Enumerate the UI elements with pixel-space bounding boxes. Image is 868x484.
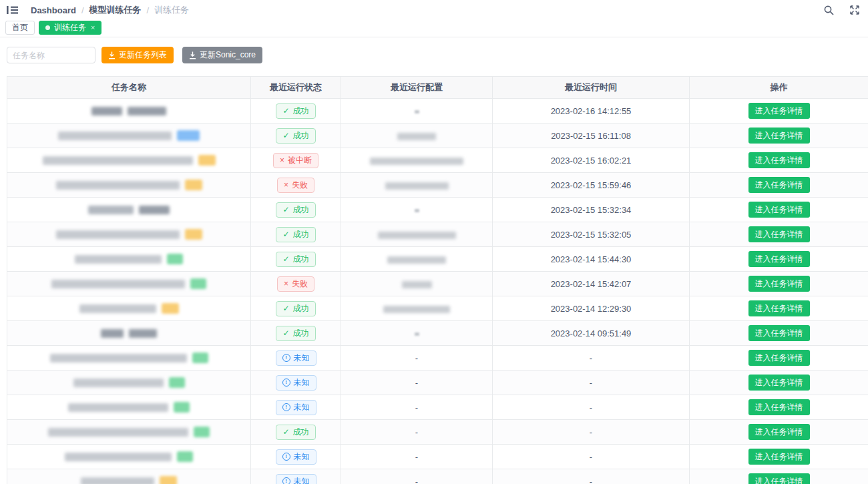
enter-task-detail-button[interactable]: 进入任务详情 [748,300,810,316]
check-icon: ✓ [282,428,289,436]
enter-task-detail-button[interactable]: 进入任务详情 [748,424,810,440]
status-badge: !未知 [276,375,316,391]
table-row: !未知 - - 进入任务详情 [7,469,868,484]
training-tasks-table: 任务名称最近运行状态最近运行配置最近运行时间操作 ✓成功 2023-02-16 … [7,76,868,484]
top-header-bar: Dashboard / 模型训练任务 / 训练任务 [0,0,868,19]
task-tag-redacted [167,254,183,264]
enter-task-detail-button[interactable]: 进入任务详情 [748,103,810,119]
config-empty-value: - [415,427,418,437]
download-icon [189,51,196,59]
task-tag-redacted [185,229,202,240]
enter-task-detail-button[interactable]: 进入任务详情 [748,350,810,366]
enter-task-detail-button[interactable]: 进入任务详情 [748,473,810,484]
status-badge: ×失败 [277,276,314,292]
enter-task-detail-button[interactable]: 进入任务详情 [748,276,810,292]
status-label: 成功 [293,229,309,240]
tab-close-icon[interactable]: × [91,24,95,31]
config-empty-value: - [415,452,418,462]
config-redacted [387,256,446,264]
download-icon [108,51,116,59]
fullscreen-icon[interactable] [849,5,860,15]
enter-task-detail-button[interactable]: 进入任务详情 [748,177,810,193]
config-redacted [397,133,436,140]
table-row: !未知 - - 进入任务详情 [7,371,868,395]
update-sonic-core-label: 更新Sonic_core [200,49,256,61]
table-row: ✓成功 2023-02-14 15:44:30 进入任务详情 [7,247,868,272]
task-tag-redacted [185,180,202,190]
task-name-redacted [139,206,170,214]
update-sonic-core-button[interactable]: 更新Sonic_core [182,47,262,63]
tab-training-tasks-label: 训练任务 [54,22,86,33]
last-run-time: - [590,427,592,437]
tab-home[interactable]: 首页 [5,21,35,35]
last-run-time: - [590,477,592,484]
table-row: ×被中断 2023-02-15 16:02:21 进入任务详情 [7,148,868,173]
task-name-redacted [129,329,157,338]
enter-task-detail-button[interactable]: 进入任务详情 [748,152,810,168]
config-empty-value: - [415,403,418,413]
status-label: 未知 [294,451,310,463]
config-redacted [370,158,463,165]
last-run-time: 2023-02-14 12:29:30 [551,304,632,314]
task-name-redacted [88,206,134,214]
table-row: !未知 - - 进入任务详情 [7,346,868,371]
enter-task-detail-button[interactable]: 进入任务详情 [748,449,810,465]
config-redacted [415,332,419,336]
enter-task-detail-button[interactable]: 进入任务详情 [748,128,810,144]
status-badge: ×被中断 [273,153,318,168]
sidebar-collapse-icon[interactable] [7,5,19,15]
task-name-redacted [79,304,156,313]
table-row: !未知 - - 进入任务详情 [7,395,868,420]
status-label: 未知 [294,402,310,413]
enter-task-detail-button[interactable]: 进入任务详情 [748,251,810,267]
status-badge: !未知 [276,400,316,415]
status-badge: !未知 [276,449,316,465]
check-icon: ✓ [282,304,289,312]
update-task-list-label: 更新任务列表 [119,49,167,61]
status-label: 失败 [292,278,308,290]
check-icon: ✓ [282,255,289,263]
config-redacted [402,281,432,288]
column-header-4: 操作 [690,77,868,99]
table-row: ✓成功 2023-02-14 12:29:30 进入任务详情 [7,296,868,321]
tab-home-label: 首页 [12,22,28,33]
task-tag-redacted [177,451,193,462]
status-badge: ✓成功 [276,301,315,316]
task-name-redacted [48,428,188,437]
table-row: ×失败 2023-02-14 15:42:07 进入任务详情 [7,272,868,296]
last-run-time: 2023-02-16 14:12:55 [551,106,632,116]
config-empty-value: - [415,378,418,388]
config-empty-value: - [415,353,418,363]
cross-icon: × [284,280,288,288]
config-empty-value: - [415,477,418,484]
enter-task-detail-button[interactable]: 进入任务详情 [748,226,810,242]
task-tag-redacted [194,427,210,437]
column-header-1: 最近运行状态 [251,77,341,99]
task-name-redacted [56,230,180,239]
task-name-redacted [101,329,124,338]
last-run-time: 2023-02-14 15:44:30 [551,254,632,264]
enter-task-detail-button[interactable]: 进入任务详情 [748,399,810,415]
task-name-redacted [91,107,122,115]
table-row: ✓成功 2023-02-15 15:32:05 进入任务详情 [7,222,868,247]
search-icon[interactable] [823,5,835,16]
enter-task-detail-button[interactable]: 进入任务详情 [748,375,810,391]
enter-task-detail-button[interactable]: 进入任务详情 [748,202,810,218]
enter-task-detail-button[interactable]: 进入任务详情 [748,325,810,341]
status-badge: ×失败 [277,178,314,193]
breadcrumb-item-model-training[interactable]: 模型训练任务 [89,4,142,16]
cross-icon: × [284,181,288,189]
task-name-redacted [43,156,193,165]
tab-training-tasks[interactable]: 训练任务 × [39,21,101,35]
info-circle-icon: ! [282,453,290,461]
status-label: 成功 [293,130,309,142]
update-task-list-button[interactable]: 更新任务列表 [101,47,174,63]
table-row: ✓成功 2023-02-15 15:32:34 进入任务详情 [7,198,868,222]
task-name-search-input[interactable] [7,47,95,63]
last-run-time: 2023-02-15 15:32:05 [551,230,632,240]
task-tag-redacted [162,303,179,314]
task-name-redacted [68,403,168,412]
breadcrumb-item-dashboard[interactable]: Dashboard [31,5,76,15]
breadcrumb-item-training-tasks: 训练任务 [154,4,189,16]
status-badge: ✓成功 [276,202,315,218]
